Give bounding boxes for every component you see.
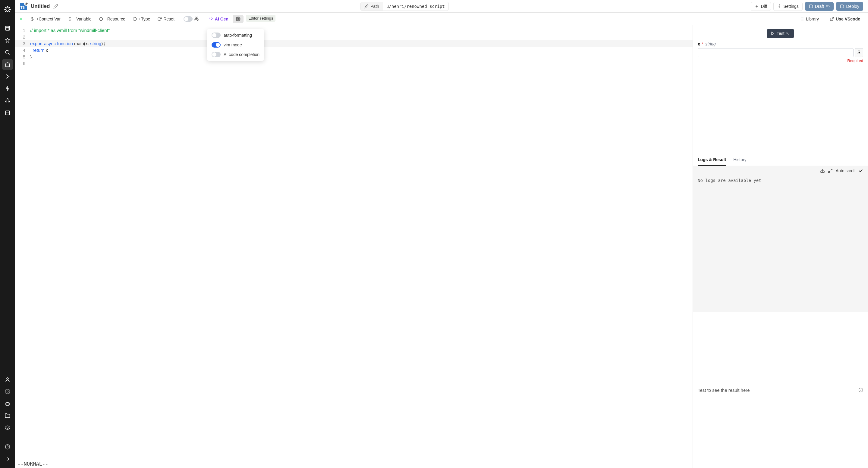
auto-scroll-label: Auto scroll bbox=[836, 168, 855, 173]
svg-marker-8 bbox=[6, 74, 9, 78]
vim-mode-toggle[interactable] bbox=[212, 42, 221, 47]
type-button[interactable]: +Type bbox=[130, 15, 153, 23]
users-icon bbox=[194, 16, 199, 22]
dollar-icon[interactable] bbox=[2, 83, 13, 94]
eye-icon[interactable] bbox=[2, 422, 13, 433]
editor-settings-tooltip: Editor settings bbox=[246, 15, 276, 22]
tab-logs-result[interactable]: Logs & Result bbox=[698, 154, 726, 166]
svg-point-25 bbox=[26, 3, 27, 4]
test-button[interactable]: Test ⌘↵ bbox=[767, 29, 794, 38]
expand-icon[interactable] bbox=[828, 168, 833, 173]
expand-icon[interactable] bbox=[2, 454, 13, 464]
info-icon[interactable] bbox=[858, 388, 863, 392]
path-label: Path bbox=[361, 2, 383, 10]
svg-marker-5 bbox=[5, 38, 10, 43]
file-badge bbox=[24, 1, 28, 6]
svg-line-7 bbox=[9, 54, 10, 55]
toolbar-right: Library Use VScode bbox=[797, 15, 863, 23]
svg-point-6 bbox=[5, 50, 9, 54]
settings-button[interactable]: Settings bbox=[773, 2, 803, 11]
help-icon[interactable] bbox=[2, 441, 13, 452]
star-icon[interactable] bbox=[2, 35, 13, 46]
file-icon-text: TS bbox=[21, 6, 25, 9]
svg-point-32 bbox=[238, 19, 239, 20]
param-input[interactable] bbox=[698, 48, 854, 57]
svg-rect-0 bbox=[5, 26, 10, 30]
folder-icon[interactable] bbox=[2, 410, 13, 421]
vim-status: --NORMAL-- bbox=[15, 460, 692, 468]
variable-button[interactable]: +Variable bbox=[65, 15, 95, 23]
svg-line-43 bbox=[829, 171, 830, 173]
code-area[interactable]: 1// import * as wmill from "windmill-cli… bbox=[15, 25, 692, 460]
grid-icon[interactable] bbox=[2, 23, 13, 34]
result-empty: Test to see the result here bbox=[698, 388, 750, 393]
editor-settings-button[interactable]: Editor settings bbox=[233, 15, 244, 23]
edit-title-icon[interactable] bbox=[53, 4, 58, 9]
svg-point-11 bbox=[5, 101, 7, 102]
dollar-button[interactable]: $ bbox=[855, 48, 863, 57]
logs-content: No logs are available yet bbox=[693, 175, 868, 185]
svg-point-16 bbox=[7, 391, 8, 392]
file-type-icon: TS bbox=[20, 3, 27, 10]
toolbar: +Context Var +Variable +Resource +Type R… bbox=[15, 13, 868, 25]
header-center: Path u/henri/renowned_script bbox=[361, 2, 449, 11]
svg-point-31 bbox=[195, 17, 197, 19]
auto-formatting-toggle[interactable] bbox=[212, 33, 221, 38]
ai-gen-button[interactable]: AI Gen bbox=[205, 15, 231, 23]
deploy-button[interactable]: Deploy bbox=[836, 2, 863, 11]
svg-rect-17 bbox=[6, 403, 9, 405]
page-title: Untitled bbox=[31, 3, 50, 9]
ai-completion-option[interactable]: AI code completion bbox=[212, 52, 259, 57]
use-vscode-button[interactable]: Use VScode bbox=[827, 15, 863, 23]
vim-mode-option[interactable]: vim mode bbox=[212, 42, 259, 47]
svg-line-39 bbox=[832, 17, 833, 19]
svg-point-21 bbox=[7, 427, 8, 429]
test-section: Test ⌘↵ x* string $ Required bbox=[693, 25, 868, 67]
resource-button[interactable]: +Resource bbox=[96, 15, 128, 23]
editor-settings-dropdown: auto-formatting vim mode AI code complet… bbox=[207, 29, 264, 61]
modules-icon[interactable] bbox=[2, 95, 13, 106]
result-section: Test to see the result here bbox=[693, 312, 868, 468]
svg-rect-13 bbox=[5, 111, 10, 115]
status-dot bbox=[20, 18, 22, 20]
param-label: x* string bbox=[698, 41, 863, 46]
bot-icon[interactable] bbox=[2, 398, 13, 409]
right-panel: Test ⌘↵ x* string $ Required Logs & Resu… bbox=[692, 25, 868, 468]
draft-button[interactable]: Draft ⌘S bbox=[805, 2, 834, 11]
svg-point-15 bbox=[7, 378, 8, 379]
header-right: Diff Settings Draft ⌘S Deploy bbox=[751, 2, 863, 11]
reset-button[interactable]: Reset bbox=[154, 15, 178, 23]
logs-section: Auto scroll No logs are available yet bbox=[693, 166, 868, 312]
ai-completion-toggle[interactable] bbox=[212, 52, 221, 57]
calendar-icon[interactable] bbox=[2, 107, 13, 118]
settings-icon[interactable] bbox=[2, 386, 13, 397]
play-icon[interactable] bbox=[2, 71, 13, 82]
tab-history[interactable]: History bbox=[733, 154, 747, 166]
svg-marker-40 bbox=[772, 32, 774, 35]
path-badge[interactable]: Path u/henri/renowned_script bbox=[361, 2, 449, 11]
auto-formatting-option[interactable]: auto-formatting bbox=[212, 33, 259, 38]
check-icon[interactable] bbox=[858, 168, 863, 173]
user-icon[interactable] bbox=[2, 374, 13, 385]
code-editor[interactable]: 1// import * as wmill from "windmill-cli… bbox=[15, 25, 692, 468]
home-icon[interactable] bbox=[2, 59, 13, 70]
content: 1// import * as wmill from "windmill-cli… bbox=[15, 25, 868, 468]
logs-toolbar: Auto scroll bbox=[693, 166, 868, 175]
path-value: u/henri/renowned_script bbox=[383, 2, 448, 10]
search-icon[interactable] bbox=[2, 47, 13, 58]
main-area: TS Untitled Path u/henri/renowned_script bbox=[15, 0, 868, 468]
multiplayer-toggle[interactable] bbox=[184, 16, 193, 22]
result-tabs: Logs & Result History bbox=[693, 154, 868, 166]
logo-icon[interactable] bbox=[2, 4, 13, 14]
required-text: Required bbox=[698, 59, 863, 63]
svg-point-18 bbox=[7, 404, 7, 404]
diff-button[interactable]: Diff bbox=[751, 2, 771, 11]
svg-point-19 bbox=[8, 404, 9, 404]
svg-line-42 bbox=[831, 169, 832, 170]
context-var-button[interactable]: +Context Var bbox=[27, 15, 64, 23]
download-icon[interactable] bbox=[820, 168, 825, 173]
svg-point-12 bbox=[8, 101, 10, 102]
header: TS Untitled Path u/henri/renowned_script bbox=[15, 0, 868, 13]
svg-point-10 bbox=[7, 98, 8, 100]
library-button[interactable]: Library bbox=[797, 15, 822, 23]
